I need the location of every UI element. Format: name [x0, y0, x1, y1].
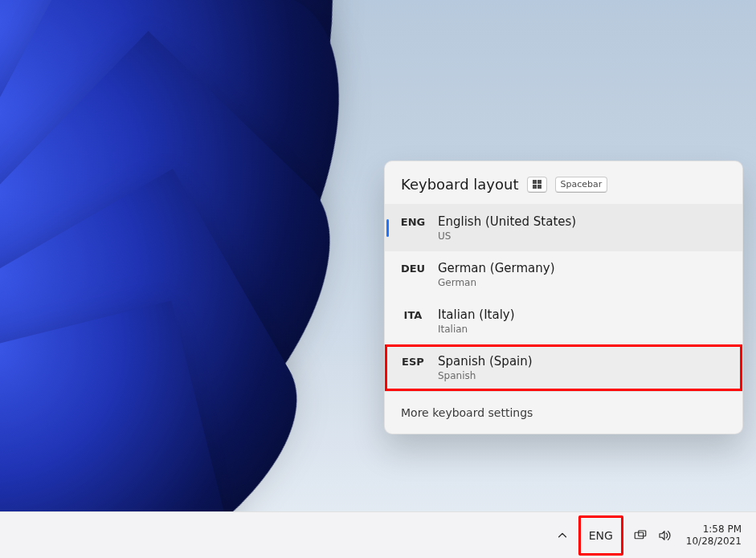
chevron-up-icon: [557, 530, 568, 541]
system-tray: ENG 1:58 PM 10/28/2021: [548, 515, 746, 556]
svg-marker-2: [660, 531, 664, 540]
layout-name: Italian (Italy): [438, 308, 515, 322]
clock-time: 1:58 PM: [703, 523, 742, 536]
language-indicator-button[interactable]: ENG: [578, 515, 623, 556]
clock-date: 10/28/2021: [686, 536, 742, 548]
flyout-footer: More keyboard settings: [385, 391, 742, 434]
more-keyboard-settings-link[interactable]: More keyboard settings: [401, 406, 726, 419]
layout-code: DEU: [394, 261, 431, 275]
language-indicator-label: ENG: [589, 529, 613, 542]
desktop: Keyboard layout Spacebar ENG English (Un…: [0, 0, 756, 558]
keyboard-layout-flyout: Keyboard layout Spacebar ENG English (Un…: [384, 161, 743, 434]
svg-rect-1: [639, 531, 646, 536]
network-volume-button[interactable]: [625, 519, 680, 552]
layout-list: ENG English (United States) US DEU Germa…: [385, 204, 742, 391]
tray-overflow-button[interactable]: [548, 519, 577, 552]
spacebar-key-icon: Spacebar: [555, 177, 608, 193]
flyout-title: Keyboard layout: [401, 176, 519, 193]
windows-key-icon: [527, 177, 547, 193]
layout-sub: Spanish: [438, 370, 533, 381]
layout-name: Spanish (Spain): [438, 354, 533, 369]
layout-item-italian[interactable]: ITA Italian (Italy) Italian: [385, 298, 742, 344]
layout-sub: US: [438, 230, 576, 242]
volume-icon: [657, 528, 672, 543]
layout-name: German (Germany): [438, 261, 554, 275]
layout-item-english-us[interactable]: ENG English (United States) US: [385, 205, 742, 251]
flyout-header: Keyboard layout Spacebar: [385, 161, 742, 204]
taskbar: ENG 1:58 PM 10/28/2021: [0, 511, 756, 558]
layout-name: English (United States): [438, 214, 576, 229]
network-icon: [633, 528, 648, 543]
layout-sub: German: [438, 277, 554, 288]
clock-button[interactable]: 1:58 PM 10/28/2021: [681, 519, 746, 552]
layout-item-german[interactable]: DEU German (Germany) German: [385, 251, 742, 298]
svg-rect-0: [635, 532, 644, 539]
layout-sub: Italian: [438, 324, 515, 335]
layout-code: ITA: [394, 308, 431, 321]
layout-code: ENG: [394, 214, 431, 228]
layout-code: ESP: [394, 354, 431, 368]
layout-item-spanish[interactable]: ESP Spanish (Spain) Spanish: [385, 344, 742, 391]
